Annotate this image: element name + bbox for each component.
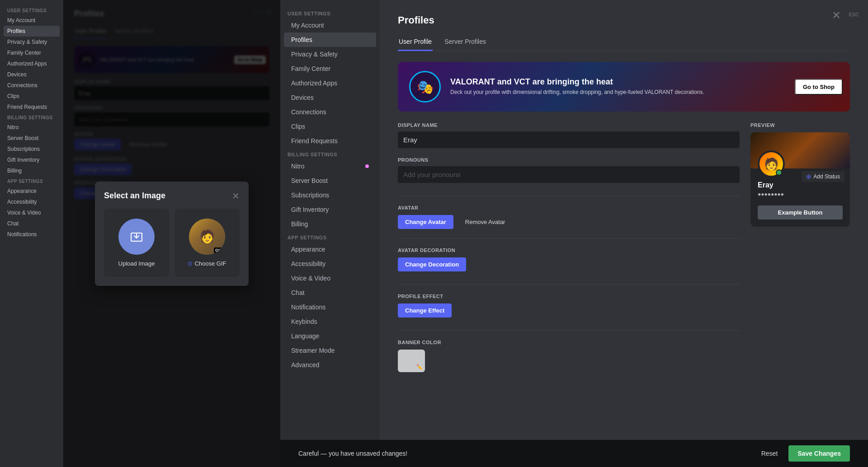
center-nav-chat[interactable]: Chat <box>284 285 376 300</box>
sidebar-item-gift-inventory[interactable]: Gift Inventory <box>4 154 60 165</box>
sidebar-item-billing[interactable]: Billing <box>4 165 60 176</box>
sidebar-item-privacy-safety[interactable]: Privacy & Safety <box>4 37 60 47</box>
left-section-billing: BILLING SETTINGS Nitro Server Boost Subs… <box>4 112 60 176</box>
right-tab-user-profile[interactable]: User Profile <box>398 33 433 51</box>
display-name-label: DISPLAY NAME <box>398 122 740 128</box>
sidebar-item-devices[interactable]: Devices <box>4 69 60 80</box>
gif-preview-icon: 🧑 GIF <box>189 219 225 255</box>
dialog-header: Select an Image ✕ <box>104 191 240 201</box>
change-avatar-btn[interactable]: Change Avatar <box>398 215 453 229</box>
pronouns-label: PRONOUNS <box>398 157 740 163</box>
center-nav-subscriptions[interactable]: Subscriptions <box>284 188 376 202</box>
center-nav-friend-requests[interactable]: Friend Requests <box>284 134 376 148</box>
center-nav-devices[interactable]: Devices <box>284 90 376 105</box>
center-nav-gift-inventory[interactable]: Gift Inventory <box>284 202 376 217</box>
preview-add-status-btn[interactable]: ⊕ Add Status <box>802 171 844 182</box>
banner-color-swatch[interactable]: ✏️ <box>398 350 425 372</box>
left-section-label-app: APP SETTINGS <box>4 176 60 186</box>
middle-panel: ✕ ESC Profiles User Profile Server Profi… <box>63 0 280 467</box>
sidebar-item-notifications[interactable]: Notifications <box>4 229 60 240</box>
sidebar-item-subscriptions[interactable]: Subscriptions <box>4 144 60 154</box>
remove-avatar-btn[interactable]: Remove Avatar <box>458 215 513 229</box>
avatar-label: AVATAR <box>398 205 740 210</box>
center-nav-keybinds[interactable]: Keybinds <box>284 314 376 329</box>
dialog-options: Upload Image 🧑 GIF ⊙ Choose GIF <box>104 209 240 277</box>
center-nav-connections[interactable]: Connections <box>284 105 376 119</box>
center-section-label-app: APP SETTINGS <box>280 231 380 242</box>
dialog-upload-option[interactable]: Upload Image <box>104 209 169 277</box>
center-nav-clips[interactable]: Clips <box>284 119 376 134</box>
profile-form: DISPLAY NAME PRONOUNS AVATAR Change Avat… <box>398 122 740 372</box>
center-section-label-user: USER SETTINGS <box>280 7 380 18</box>
center-nav-notifications[interactable]: Notifications <box>284 300 376 314</box>
sidebar-item-profiles[interactable]: Profiles <box>4 26 60 37</box>
center-nav-voice-video[interactable]: Voice & Video <box>284 271 376 285</box>
sidebar-item-accessibility[interactable]: Accessibility <box>4 196 60 207</box>
center-nav-billing[interactable]: Billing <box>284 217 376 231</box>
sidebar-item-clips[interactable]: Clips <box>4 91 60 102</box>
center-nav-profiles[interactable]: Profiles <box>284 33 376 47</box>
sidebar-item-appearance[interactable]: Appearance <box>4 186 60 196</box>
preview-card: 🧑 ⊕ Add Status Eray ●●●●●●●● Example But… <box>750 132 850 227</box>
gif-badge: GIF <box>214 248 223 253</box>
center-nav-authorized-apps[interactable]: Authorized Apps <box>284 76 376 90</box>
sidebar-item-server-boost[interactable]: Server Boost <box>4 133 60 144</box>
save-changes-button[interactable]: Save Changes <box>788 445 850 462</box>
preview-user-tag: ●●●●●●●● <box>758 191 843 197</box>
change-decoration-btn[interactable]: Change Decoration <box>398 257 466 271</box>
sidebar-item-authorized-apps[interactable]: Authorized Apps <box>4 58 60 69</box>
dialog-title: Select an Image <box>104 191 165 201</box>
preview-status-dot <box>776 169 782 176</box>
center-nav-advanced[interactable]: Advanced <box>284 358 376 372</box>
preview-section: PREVIEW 🧑 ⊕ Add Status Eray ●●●●●●●● Exa… <box>750 122 850 372</box>
sidebar-item-family-center[interactable]: Family Center <box>4 47 60 58</box>
sidebar-item-chat[interactable]: Chat <box>4 218 60 229</box>
right-tab-server-profiles[interactable]: Server Profiles <box>443 33 487 51</box>
form-divider-1 <box>398 196 740 196</box>
center-nav-appearance[interactable]: Appearance <box>284 242 376 257</box>
dialog-gif-option[interactable]: 🧑 GIF ⊙ Choose GIF <box>175 209 240 277</box>
banner-color-label: BANNER COLOR <box>398 340 740 345</box>
center-nav-my-account[interactable]: My Account <box>284 18 376 33</box>
preview-example-btn[interactable]: Example Button <box>758 205 843 219</box>
sidebar-item-connections[interactable]: Connections <box>4 80 60 91</box>
upload-image-icon <box>118 219 155 255</box>
dialog-close-button[interactable]: ✕ <box>232 191 240 201</box>
display-name-input[interactable] <box>398 131 740 148</box>
right-main-panel: ✕ ESC Profiles User Profile Server Profi… <box>380 0 868 467</box>
profile-layout: DISPLAY NAME PRONOUNS AVATAR Change Avat… <box>398 122 850 372</box>
avatar-decoration-label: AVATAR DECORATION <box>398 248 740 253</box>
avatar-buttons: Change Avatar Remove Avatar <box>398 215 740 229</box>
center-nav-streamer-mode[interactable]: Streamer Mode <box>284 343 376 358</box>
select-image-dialog: Select an Image ✕ Upload Image <box>95 182 249 286</box>
center-nav-server-boost[interactable]: Server Boost <box>284 173 376 188</box>
form-divider-2 <box>398 238 740 238</box>
center-nav-language[interactable]: Language <box>284 329 376 343</box>
left-sidebar: USER SETTINGS My Account Profiles Privac… <box>0 0 63 467</box>
sidebar-item-my-account[interactable]: My Account <box>4 15 60 26</box>
change-effect-btn[interactable]: Change Effect <box>398 304 452 318</box>
right-promo-desc: Deck out your profile with dimensional d… <box>450 89 788 96</box>
profile-effect-label: PROFILE EFFECT <box>398 294 740 299</box>
preview-username: Eray <box>758 181 843 189</box>
center-nav-family-center[interactable]: Family Center <box>284 61 376 76</box>
right-close-button[interactable]: ✕ <box>832 9 841 22</box>
preview-label: PREVIEW <box>750 122 850 128</box>
pencil-icon: ✏️ <box>416 364 423 370</box>
center-nav-accessibility[interactable]: Accessibility <box>284 257 376 271</box>
sidebar-item-voice-video[interactable]: Voice & Video <box>4 207 60 218</box>
sidebar-item-friend-requests[interactable]: Friend Requests <box>4 102 60 112</box>
right-promo-shop-btn[interactable]: Go to Shop <box>795 79 843 95</box>
dialog-overlay: Select an Image ✕ Upload Image <box>63 0 280 467</box>
left-section-app: APP SETTINGS Appearance Accessibility Vo… <box>4 176 60 240</box>
pronouns-input[interactable] <box>398 166 740 183</box>
sidebar-item-nitro[interactable]: Nitro <box>4 122 60 133</box>
right-promo-content: VALORANT and VCT are bringing the heat D… <box>450 77 788 96</box>
save-bar-actions: Reset Save Changes <box>756 445 850 462</box>
center-nav-privacy-safety[interactable]: Privacy & Safety <box>284 47 376 61</box>
upload-image-label: Upload Image <box>118 260 155 267</box>
right-promo-title: VALORANT and VCT are bringing the heat <box>450 77 788 87</box>
center-nav-nitro[interactable]: Nitro <box>284 159 376 173</box>
preview-banner: 🧑 ⊕ Add Status <box>750 132 850 168</box>
reset-button[interactable]: Reset <box>756 446 783 461</box>
